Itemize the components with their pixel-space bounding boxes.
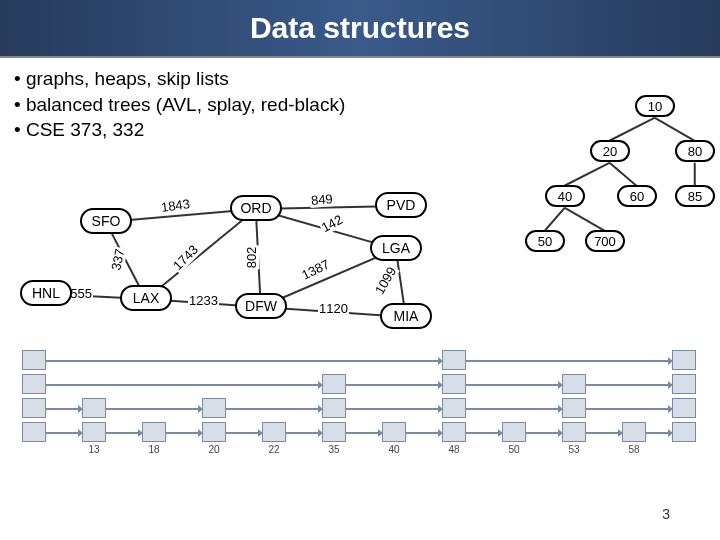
tree-edge (694, 163, 696, 186)
skiplist-node (82, 422, 106, 442)
skiplist-node (562, 374, 586, 394)
skiplist-node (322, 422, 346, 442)
skiplist-value: 22 (262, 444, 286, 455)
skiplist-edge (226, 432, 262, 434)
graph-node: DFW (235, 293, 287, 319)
skiplist-value: 13 (82, 444, 106, 455)
skiplist-value: 48 (442, 444, 466, 455)
skiplist-node (442, 422, 466, 442)
skiplist-node (22, 422, 46, 442)
tree-node: 50 (525, 230, 565, 252)
skiplist-edge (586, 432, 622, 434)
skiplist-value: 35 (322, 444, 346, 455)
skiplist-node (322, 398, 346, 418)
skiplist-node (82, 398, 106, 418)
skiplist-node (672, 398, 696, 418)
graph-node: SFO (80, 208, 132, 234)
tree-edge (655, 117, 696, 141)
skiplist-edge (466, 408, 562, 410)
skiplist-edge (46, 408, 82, 410)
skiplist-edge (346, 408, 442, 410)
skiplist-value: 20 (202, 444, 226, 455)
skiplist-node (202, 398, 226, 418)
tree-diagram: 10208040608550700 (470, 90, 720, 270)
skiplist-edge (466, 384, 562, 386)
bullet-item: graphs, heaps, skip lists (14, 66, 706, 92)
skiplist-edge (286, 432, 322, 434)
graph-node: LGA (370, 235, 422, 261)
skiplist-diagram: 13182022354048505358 (22, 350, 698, 490)
skiplist-edge (466, 432, 502, 434)
skiplist-edge (226, 408, 322, 410)
edge-weight: 849 (309, 191, 334, 208)
skiplist-node (562, 398, 586, 418)
skiplist-node (382, 422, 406, 442)
edge-weight: 802 (244, 246, 259, 270)
skiplist-edge (586, 384, 672, 386)
graph-node: HNL (20, 280, 72, 306)
skiplist-value: 18 (142, 444, 166, 455)
graph-node: MIA (380, 303, 432, 329)
skiplist-node (22, 350, 46, 370)
edge-weight: 1099 (371, 263, 399, 297)
skiplist-node (442, 350, 466, 370)
skiplist-edge (46, 360, 442, 362)
graph-diagram: 2555337184317431233802849142138711201099… (20, 180, 470, 330)
tree-node: 85 (675, 185, 715, 207)
graph-node: ORD (230, 195, 282, 221)
skiplist-edge (46, 384, 322, 386)
skiplist-node (622, 422, 646, 442)
edge-weight: 1843 (159, 196, 192, 215)
tree-edge (544, 207, 565, 231)
graph-node: PVD (375, 192, 427, 218)
tree-node: 40 (545, 185, 585, 207)
skiplist-node (442, 374, 466, 394)
tree-node: 60 (617, 185, 657, 207)
skiplist-node (22, 398, 46, 418)
slide-title: Data structures (250, 11, 470, 45)
skiplist-edge (526, 432, 562, 434)
tree-edge (610, 117, 656, 141)
edge-weight: 1233 (188, 293, 219, 308)
edge-weight: 1120 (318, 301, 349, 316)
skiplist-node (672, 422, 696, 442)
skiplist-edge (106, 408, 202, 410)
skiplist-node (202, 422, 226, 442)
skiplist-node (322, 374, 346, 394)
skiplist-node (672, 374, 696, 394)
skiplist-value: 50 (502, 444, 526, 455)
skiplist-node (442, 398, 466, 418)
tree-edge (610, 162, 638, 186)
skiplist-value: 53 (562, 444, 586, 455)
tree-edge (565, 207, 606, 231)
tree-node: 80 (675, 140, 715, 162)
skiplist-edge (46, 432, 82, 434)
skiplist-node (502, 422, 526, 442)
page-number: 3 (662, 506, 670, 522)
skiplist-edge (346, 384, 442, 386)
skiplist-edge (166, 432, 202, 434)
skiplist-node (562, 422, 586, 442)
skiplist-value: 40 (382, 444, 406, 455)
skiplist-edge (646, 432, 672, 434)
graph-node: LAX (120, 285, 172, 311)
skiplist-edge (586, 408, 672, 410)
skiplist-edge (406, 432, 442, 434)
edge-weight: 337 (108, 246, 128, 272)
skiplist-node (672, 350, 696, 370)
skiplist-node (262, 422, 286, 442)
tree-node: 10 (635, 95, 675, 117)
tree-node: 20 (590, 140, 630, 162)
skiplist-node (22, 374, 46, 394)
tree-edge (565, 162, 611, 186)
tree-node: 700 (585, 230, 625, 252)
skiplist-value: 58 (622, 444, 646, 455)
skiplist-edge (106, 432, 142, 434)
skiplist-node (142, 422, 166, 442)
skiplist-edge (346, 432, 382, 434)
skiplist-edge (466, 360, 672, 362)
title-bar: Data structures (0, 0, 720, 58)
